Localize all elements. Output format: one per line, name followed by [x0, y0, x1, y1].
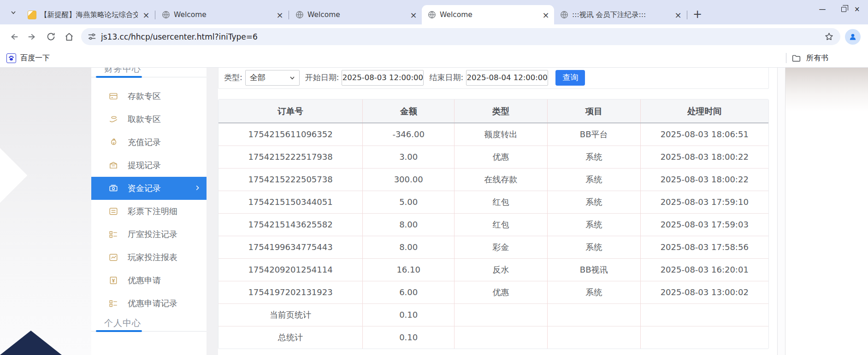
- tab-divider: [687, 11, 687, 19]
- bookmark-star-icon[interactable]: [824, 32, 834, 41]
- address-bar[interactable]: js13.cc/hhcp/usercenter.html?iniType=6: [81, 28, 840, 45]
- column-header: 类型: [455, 99, 548, 123]
- funds-cash-icon: [109, 184, 118, 193]
- person-icon: [848, 32, 857, 41]
- sidebar-item-withdraw-hand[interactable]: 取款专区: [91, 108, 207, 131]
- sidebar-item-withdrawal-wallet[interactable]: 提现记录: [91, 154, 207, 177]
- player-report-icon: [109, 253, 118, 262]
- sidebar-item-label: 提现记录: [128, 160, 161, 171]
- tab-title: Welcome: [174, 11, 272, 19]
- lottery-detail-icon: [109, 207, 118, 216]
- table-cell: 1754199634775443: [218, 236, 363, 258]
- table-row: 1754215611096352-346.00额度转出BB平台2025-08-0…: [218, 123, 768, 145]
- tab-active[interactable]: Welcome×: [422, 5, 554, 24]
- bookmark-baidu[interactable]: 百度一下: [6, 53, 50, 63]
- sidebar-item-label: 玩家投注报表: [128, 252, 177, 263]
- chevron-down-icon: [10, 9, 17, 16]
- reload-button[interactable]: [41, 28, 60, 46]
- chevron-right-icon: [194, 184, 201, 192]
- table-cell: 1754197202131923: [218, 281, 363, 303]
- forum-favicon-icon: [28, 11, 36, 19]
- tab[interactable]: Welcome×: [289, 5, 422, 24]
- bookmark-label: 百度一下: [20, 53, 50, 63]
- tab[interactable]: Welcome×: [156, 5, 288, 24]
- table-cell: 2025-08-03 17:59:03: [640, 213, 768, 236]
- tab-close-icon[interactable]: ×: [409, 10, 418, 20]
- site-settings-icon[interactable]: [88, 32, 96, 41]
- table-cell: 2025-08-03 13:00:02: [640, 281, 768, 303]
- profile-avatar[interactable]: [845, 29, 861, 45]
- table-cell: 系统: [547, 281, 640, 303]
- all-bookmarks[interactable]: 所有书: [786, 53, 868, 63]
- back-button[interactable]: [5, 28, 23, 46]
- all-bookmarks-label: 所有书: [806, 53, 828, 63]
- tab-close-icon[interactable]: ×: [142, 10, 151, 20]
- table-cell: 3.00: [363, 145, 455, 168]
- close-window-button[interactable]: ×: [854, 0, 868, 18]
- sidebar-item-funds-cash[interactable]: 资金记录: [91, 177, 207, 200]
- sidebar-item-promo-apply[interactable]: 优惠申请: [91, 269, 207, 292]
- sidebar-item-lottery-detail[interactable]: 彩票下注明细: [91, 200, 207, 223]
- table-cell: BB视讯: [547, 258, 640, 281]
- sidebar-item-player-report[interactable]: 玩家投注报表: [91, 246, 207, 269]
- table-cell: 1754209201254114: [218, 258, 363, 281]
- tab[interactable]: :::视讯 会员下注纪录:::×: [554, 5, 686, 24]
- sidebar-item-recharge-bag[interactable]: 充值记录: [91, 131, 207, 154]
- tab-close-icon[interactable]: ×: [541, 10, 550, 20]
- sidebar-item-promo-record[interactable]: 优惠申请记录: [91, 292, 207, 315]
- records-table: 订单号金额类型项目处理时间 1754215611096352-346.00额度转…: [218, 99, 768, 349]
- table-body: 1754215611096352-346.00额度转出BB平台2025-08-0…: [218, 123, 768, 349]
- sidebar-item-label: 取款专区: [128, 114, 161, 125]
- tab-divider: [155, 11, 155, 19]
- table-cell: 系统: [547, 236, 640, 258]
- page-scrollbar[interactable]: [777, 68, 785, 355]
- minimize-icon: —: [819, 5, 826, 13]
- table-cell: [640, 326, 768, 349]
- table-cell: [455, 303, 548, 326]
- start-date-label: 开始日期:: [305, 72, 339, 83]
- home-button[interactable]: [60, 28, 78, 46]
- finance-section: 财务中心: [91, 68, 207, 77]
- table-cell: 2025-08-03 18:06:51: [640, 123, 768, 145]
- withdrawal-wallet-icon: [109, 161, 118, 170]
- start-date-input[interactable]: 2025-08-03 12:00:00: [342, 70, 424, 86]
- page-content: 财务中心 存款专区取款专区充值记录提现记录资金记录彩票下注明细厅室投注记录玩家投…: [0, 68, 868, 355]
- search-button[interactable]: 查询: [555, 70, 585, 86]
- end-date-input[interactable]: 2025-08-04 12:00:00: [466, 70, 548, 86]
- sidebar-item-hall-bet[interactable]: 厅室投注记录: [91, 223, 207, 246]
- minimize-button[interactable]: —: [812, 0, 833, 18]
- table-cell: 16.10: [363, 258, 455, 281]
- window-controls: — ×: [812, 0, 868, 18]
- page-background-gap: [207, 68, 218, 355]
- promo-apply-icon: [109, 276, 118, 285]
- table-cell: 优惠: [455, 281, 548, 303]
- new-tab-button[interactable]: +: [691, 7, 704, 21]
- tab-close-icon[interactable]: ×: [275, 10, 284, 20]
- table-cell: 2025-08-03 17:58:56: [640, 236, 768, 258]
- tab-title: :::视讯 会员下注纪录:::: [572, 10, 670, 20]
- promo-record-icon: [109, 299, 118, 308]
- tab-divider: [289, 11, 289, 19]
- table-row: 17542152225179383.00优惠系统2025-08-03 18:00…: [218, 145, 768, 168]
- reload-icon: [46, 32, 56, 41]
- sidebar-item-deposit-card[interactable]: 存款专区: [91, 85, 207, 108]
- select-caret-icon: [289, 75, 295, 81]
- forward-button[interactable]: [23, 28, 41, 46]
- tab-close-icon[interactable]: ×: [673, 10, 683, 20]
- sidebar-item-label: 资金记录: [128, 183, 161, 194]
- tab-title: Welcome: [440, 11, 537, 19]
- sidebar-item-label: 厅室投注记录: [128, 229, 177, 240]
- tab[interactable]: 【新提醒】海燕策略论坛综合交×: [22, 5, 154, 24]
- restore-button[interactable]: [833, 0, 854, 18]
- table-cell: 系统: [547, 191, 640, 213]
- table-cell: 300.00: [363, 168, 455, 191]
- column-header: 金额: [363, 99, 455, 123]
- table-row: 当前页统计0.10: [218, 303, 768, 326]
- table-cell: 0.10: [363, 326, 455, 349]
- type-select[interactable]: 全部: [245, 70, 300, 86]
- url-text[interactable]: js13.cc/hhcp/usercenter.html?iniType=6: [101, 32, 824, 41]
- table-cell: 系统: [547, 168, 640, 191]
- tab-search-button[interactable]: [6, 6, 20, 19]
- sidebar-item-label: 优惠申请记录: [128, 298, 177, 309]
- table-cell: 1754215150344051: [218, 191, 363, 213]
